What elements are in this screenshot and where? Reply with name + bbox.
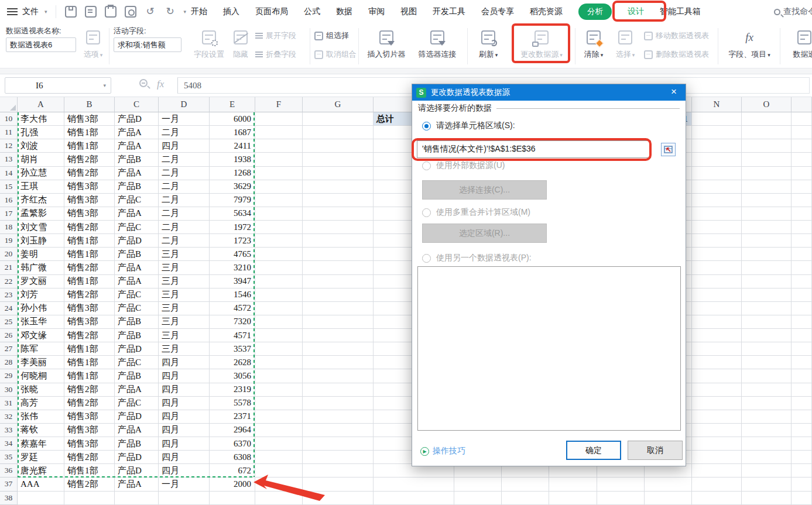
tab-page-layout[interactable]: 页面布局	[255, 6, 288, 17]
cell[interactable]	[255, 369, 303, 383]
cell[interactable]	[303, 356, 374, 369]
cell[interactable]	[692, 477, 742, 491]
cell[interactable]	[255, 275, 303, 288]
cell[interactable]	[792, 221, 812, 234]
cell[interactable]	[692, 167, 742, 180]
cell[interactable]: 韩广微	[18, 261, 64, 274]
tab-docer[interactable]: 稻壳资源	[530, 6, 563, 17]
cell[interactable]: 销售2部	[64, 383, 115, 397]
row-header-18[interactable]: 18	[0, 221, 18, 234]
cell[interactable]: 蒋钦	[18, 424, 64, 437]
cell[interactable]	[692, 410, 742, 424]
cell[interactable]	[692, 397, 742, 410]
radio-icon[interactable]	[422, 208, 431, 217]
cell[interactable]: 销售2部	[64, 221, 115, 234]
cell[interactable]	[255, 342, 303, 356]
cell[interactable]	[792, 477, 812, 491]
collapse-field-button[interactable]: 折叠字段	[255, 49, 296, 60]
undo-icon[interactable]: ↺	[145, 6, 156, 18]
cell[interactable]: 产品D	[115, 342, 159, 356]
column-header-N[interactable]: N	[692, 97, 742, 112]
cell[interactable]	[255, 437, 303, 451]
cell[interactable]: 产品B	[115, 153, 159, 166]
row-header-32[interactable]: 32	[0, 410, 18, 424]
cell[interactable]: 张玉华	[18, 315, 64, 329]
cell[interactable]	[792, 275, 812, 288]
cell[interactable]: 产品D	[115, 410, 159, 424]
dialog-title-bar[interactable]: S 更改数据透视表数据源 ×	[412, 84, 686, 101]
fx-formula-icon[interactable]: fx	[157, 78, 164, 90]
cell[interactable]	[303, 194, 374, 207]
select-button[interactable]: 选择▾	[610, 26, 640, 60]
cell[interactable]: 销售3部	[64, 424, 115, 437]
cell[interactable]: 产品D	[115, 464, 159, 477]
column-header[interactable]	[792, 97, 812, 112]
cell[interactable]: 7979	[210, 194, 255, 207]
cell[interactable]: 销售3部	[64, 315, 115, 329]
cell[interactable]	[549, 477, 597, 491]
cell[interactable]	[742, 234, 792, 248]
cell[interactable]	[742, 397, 792, 410]
redo-icon[interactable]: ↻	[165, 6, 176, 18]
cell[interactable]	[303, 180, 374, 194]
pivot-table-listbox[interactable]	[417, 266, 681, 431]
cell[interactable]	[742, 302, 792, 315]
cell[interactable]: 销售1部	[64, 275, 115, 288]
cell[interactable]	[742, 369, 792, 383]
cell[interactable]	[255, 167, 303, 180]
cell[interactable]: 销售1部	[64, 139, 115, 153]
cell[interactable]: 四月	[159, 383, 210, 397]
row-header-23[interactable]: 23	[0, 288, 18, 302]
cell[interactable]	[255, 383, 303, 397]
cell[interactable]	[303, 207, 374, 221]
options-button[interactable]: 选项▾	[80, 26, 107, 60]
cell[interactable]: 产品B	[115, 437, 159, 451]
cell[interactable]	[303, 451, 374, 464]
cell[interactable]: 四月	[159, 369, 210, 383]
cell[interactable]: 邓文缘	[18, 329, 64, 342]
ungroup-button[interactable]: 取消组合	[314, 49, 357, 60]
cell[interactable]	[303, 437, 374, 451]
column-header-C[interactable]: C	[115, 97, 159, 112]
cell[interactable]	[692, 492, 742, 505]
cell[interactable]	[303, 329, 374, 342]
tab-formulas[interactable]: 公式	[304, 6, 320, 17]
tab-analyze[interactable]: 分析	[578, 4, 612, 20]
cell[interactable]: 产品C	[115, 288, 159, 302]
cell[interactable]	[792, 126, 812, 139]
cell[interactable]: 产品A	[115, 167, 159, 180]
file-caret-icon[interactable]: ▾	[44, 9, 47, 15]
cell[interactable]: 二月	[159, 194, 210, 207]
row-header-19[interactable]: 19	[0, 234, 18, 248]
cell[interactable]: 6000	[210, 112, 255, 126]
cell[interactable]: 销售1部	[64, 248, 115, 261]
hamburger-menu-icon[interactable]	[7, 8, 18, 9]
cell[interactable]: 四月	[159, 451, 210, 464]
name-box[interactable]: I6 ▾	[5, 77, 111, 94]
cell[interactable]	[792, 437, 812, 451]
cell[interactable]	[792, 139, 812, 153]
cell[interactable]	[792, 288, 812, 302]
cell[interactable]	[742, 207, 792, 221]
ok-button[interactable]: 确定	[566, 441, 621, 460]
cell[interactable]	[792, 315, 812, 329]
cell[interactable]	[742, 248, 792, 261]
refresh-button[interactable]: 刷新▾	[472, 26, 505, 60]
cell[interactable]: 产品B	[115, 248, 159, 261]
cell[interactable]: 孟繁影	[18, 207, 64, 221]
clear-button[interactable]: 清除▾	[578, 26, 609, 60]
cell[interactable]: 刘玉静	[18, 234, 64, 248]
row-header-31[interactable]: 31	[0, 397, 18, 410]
cell[interactable]	[742, 180, 792, 194]
cell[interactable]	[303, 492, 374, 505]
cell[interactable]: 3210	[210, 261, 255, 274]
row-header-10[interactable]: 10	[0, 112, 18, 126]
cell[interactable]: 三月	[159, 288, 210, 302]
print-icon[interactable]	[105, 6, 117, 18]
cell[interactable]	[303, 234, 374, 248]
cell[interactable]	[792, 302, 812, 315]
quickbar-caret-icon[interactable]: ▾	[184, 9, 187, 15]
tab-insert[interactable]: 插入	[223, 6, 239, 17]
cell[interactable]	[792, 383, 812, 397]
filter-connect-button[interactable]: 筛选器连接	[412, 26, 462, 60]
